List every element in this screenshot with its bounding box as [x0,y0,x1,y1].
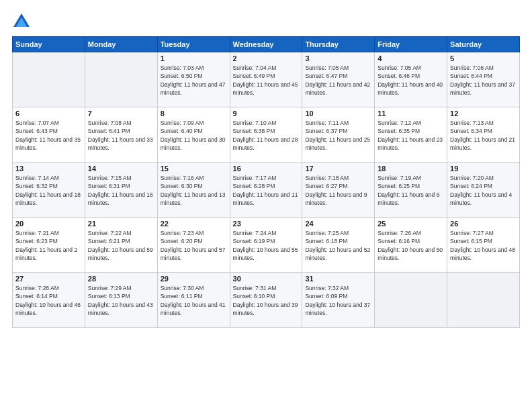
day-cell: 30Sunrise: 7:31 AM Sunset: 6:10 PM Dayli… [230,273,302,328]
day-cell: 23Sunrise: 7:24 AM Sunset: 6:19 PM Dayli… [230,218,302,273]
day-cell: 11Sunrise: 7:12 AM Sunset: 6:35 PM Dayli… [375,107,447,163]
day-cell: 12Sunrise: 7:13 AM Sunset: 6:34 PM Dayli… [447,107,520,163]
weekday-header-monday: Monday [85,37,157,52]
weekday-row: SundayMondayTuesdayWednesdayThursdayFrid… [13,37,520,52]
day-number: 2 [233,54,300,62]
day-cell: 15Sunrise: 7:16 AM Sunset: 6:30 PM Dayli… [157,163,230,218]
day-info: Sunrise: 7:15 AM Sunset: 6:31 PM Dayligh… [88,174,154,207]
day-info: Sunrise: 7:28 AM Sunset: 6:14 PM Dayligh… [15,284,82,317]
page: SundayMondayTuesdayWednesdayThursdayFrid… [0,0,532,411]
day-cell: 29Sunrise: 7:30 AM Sunset: 6:11 PM Dayli… [157,273,230,328]
day-info: Sunrise: 7:04 AM Sunset: 6:49 PM Dayligh… [233,64,300,97]
day-info: Sunrise: 7:17 AM Sunset: 6:28 PM Dayligh… [233,174,300,207]
day-info: Sunrise: 7:10 AM Sunset: 6:38 PM Dayligh… [233,119,300,152]
day-number: 3 [305,54,371,62]
day-info: Sunrise: 7:20 AM Sunset: 6:24 PM Dayligh… [450,174,517,207]
day-info: Sunrise: 7:11 AM Sunset: 6:37 PM Dayligh… [305,119,371,152]
day-number: 9 [233,109,300,118]
day-number: 16 [233,165,300,173]
day-cell: 14Sunrise: 7:15 AM Sunset: 6:31 PM Dayli… [85,163,157,218]
day-number: 17 [305,165,371,173]
day-number: 7 [88,109,154,118]
day-cell: 3Sunrise: 7:05 AM Sunset: 6:47 PM Daylig… [302,52,375,107]
day-number: 25 [378,220,444,228]
day-info: Sunrise: 7:31 AM Sunset: 6:10 PM Dayligh… [233,284,300,317]
day-number: 22 [161,220,227,228]
day-cell: 7Sunrise: 7:08 AM Sunset: 6:41 PM Daylig… [85,107,157,163]
day-number: 31 [305,275,371,283]
day-info: Sunrise: 7:23 AM Sunset: 6:20 PM Dayligh… [161,229,227,262]
weekday-header-sunday: Sunday [13,37,85,52]
week-row-5: 27Sunrise: 7:28 AM Sunset: 6:14 PM Dayli… [13,273,520,328]
day-cell [85,52,157,107]
day-info: Sunrise: 7:06 AM Sunset: 6:44 PM Dayligh… [450,64,517,97]
week-row-2: 6Sunrise: 7:07 AM Sunset: 6:43 PM Daylig… [13,107,520,163]
day-cell: 20Sunrise: 7:21 AM Sunset: 6:23 PM Dayli… [13,218,85,273]
day-cell: 19Sunrise: 7:20 AM Sunset: 6:24 PM Dayli… [447,163,520,218]
day-cell [447,273,520,328]
day-number: 5 [450,54,517,62]
day-info: Sunrise: 7:09 AM Sunset: 6:40 PM Dayligh… [161,119,227,152]
day-info: Sunrise: 7:07 AM Sunset: 6:43 PM Dayligh… [15,119,82,152]
day-cell: 22Sunrise: 7:23 AM Sunset: 6:20 PM Dayli… [157,218,230,273]
day-number: 24 [305,220,371,228]
week-row-3: 13Sunrise: 7:14 AM Sunset: 6:32 PM Dayli… [13,163,520,218]
day-cell: 6Sunrise: 7:07 AM Sunset: 6:43 PM Daylig… [13,107,85,163]
day-cell: 4Sunrise: 7:05 AM Sunset: 6:46 PM Daylig… [375,52,447,107]
day-info: Sunrise: 7:25 AM Sunset: 6:18 PM Dayligh… [305,229,371,262]
logo-icon [12,12,31,31]
day-number: 12 [450,109,517,118]
day-info: Sunrise: 7:05 AM Sunset: 6:46 PM Dayligh… [378,64,444,97]
day-cell: 18Sunrise: 7:19 AM Sunset: 6:25 PM Dayli… [375,163,447,218]
day-cell: 16Sunrise: 7:17 AM Sunset: 6:28 PM Dayli… [230,163,302,218]
day-cell [13,52,85,107]
day-number: 18 [378,165,444,173]
day-cell: 13Sunrise: 7:14 AM Sunset: 6:32 PM Dayli… [13,163,85,218]
day-number: 6 [15,109,82,118]
day-number: 4 [378,54,444,62]
day-cell: 5Sunrise: 7:06 AM Sunset: 6:44 PM Daylig… [447,52,520,107]
day-info: Sunrise: 7:26 AM Sunset: 6:16 PM Dayligh… [378,229,444,262]
day-number: 8 [161,109,227,118]
day-info: Sunrise: 7:30 AM Sunset: 6:11 PM Dayligh… [161,284,227,317]
calendar-body: 1Sunrise: 7:03 AM Sunset: 6:50 PM Daylig… [13,52,520,328]
day-number: 21 [88,220,154,228]
day-cell: 21Sunrise: 7:22 AM Sunset: 6:21 PM Dayli… [85,218,157,273]
day-info: Sunrise: 7:03 AM Sunset: 6:50 PM Dayligh… [161,64,227,97]
day-cell: 8Sunrise: 7:09 AM Sunset: 6:40 PM Daylig… [157,107,230,163]
day-info: Sunrise: 7:21 AM Sunset: 6:23 PM Dayligh… [15,229,82,262]
weekday-header-friday: Friday [375,37,447,52]
day-cell: 24Sunrise: 7:25 AM Sunset: 6:18 PM Dayli… [302,218,375,273]
day-number: 30 [233,275,300,283]
calendar: SundayMondayTuesdayWednesdayThursdayFrid… [12,36,520,328]
weekday-header-thursday: Thursday [302,37,375,52]
day-cell: 31Sunrise: 7:32 AM Sunset: 6:09 PM Dayli… [302,273,375,328]
day-cell: 1Sunrise: 7:03 AM Sunset: 6:50 PM Daylig… [157,52,230,107]
week-row-4: 20Sunrise: 7:21 AM Sunset: 6:23 PM Dayli… [13,218,520,273]
weekday-header-saturday: Saturday [447,37,520,52]
day-cell: 26Sunrise: 7:27 AM Sunset: 6:15 PM Dayli… [447,218,520,273]
day-info: Sunrise: 7:16 AM Sunset: 6:30 PM Dayligh… [161,174,227,207]
day-number: 26 [450,220,517,228]
day-info: Sunrise: 7:13 AM Sunset: 6:34 PM Dayligh… [450,119,517,152]
day-number: 15 [161,165,227,173]
day-info: Sunrise: 7:05 AM Sunset: 6:47 PM Dayligh… [305,64,371,97]
day-number: 20 [15,220,82,228]
logo [12,12,34,31]
header [12,12,520,31]
day-info: Sunrise: 7:32 AM Sunset: 6:09 PM Dayligh… [305,284,371,317]
day-number: 27 [15,275,82,283]
day-number: 1 [161,54,227,62]
day-cell: 10Sunrise: 7:11 AM Sunset: 6:37 PM Dayli… [302,107,375,163]
day-cell: 17Sunrise: 7:18 AM Sunset: 6:27 PM Dayli… [302,163,375,218]
day-number: 14 [88,165,154,173]
day-cell: 28Sunrise: 7:29 AM Sunset: 6:13 PM Dayli… [85,273,157,328]
day-number: 10 [305,109,371,118]
calendar-header: SundayMondayTuesdayWednesdayThursdayFrid… [13,37,520,52]
day-info: Sunrise: 7:22 AM Sunset: 6:21 PM Dayligh… [88,229,154,262]
weekday-header-tuesday: Tuesday [157,37,230,52]
day-cell: 27Sunrise: 7:28 AM Sunset: 6:14 PM Dayli… [13,273,85,328]
day-number: 13 [15,165,82,173]
day-info: Sunrise: 7:18 AM Sunset: 6:27 PM Dayligh… [305,174,371,207]
day-info: Sunrise: 7:24 AM Sunset: 6:19 PM Dayligh… [233,229,300,262]
